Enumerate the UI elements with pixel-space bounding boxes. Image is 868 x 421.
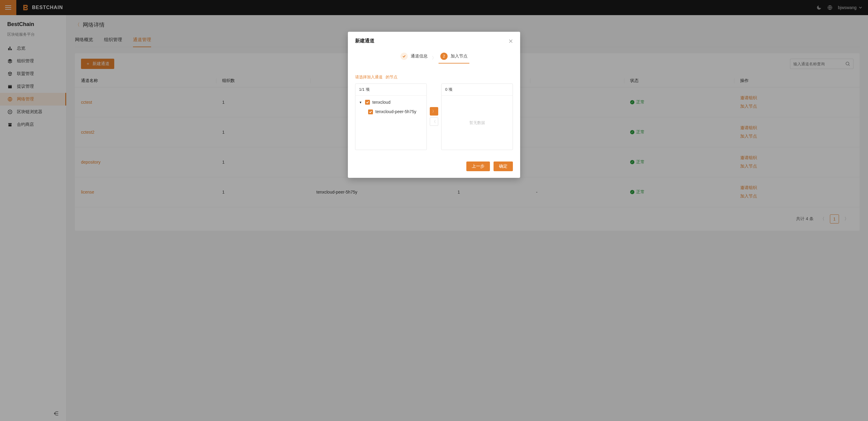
hint-text: 请选择加入通道 的节点 <box>355 74 513 80</box>
target-header: 0 项 <box>441 84 513 96</box>
checkbox-root[interactable] <box>365 100 370 104</box>
step-1[interactable]: 通道信息 <box>400 53 428 63</box>
prev-step-button[interactable]: 上一步 <box>466 161 490 171</box>
modal-title: 新建通道 <box>355 38 374 44</box>
modal-close-button[interactable] <box>509 39 513 43</box>
tree-root-item[interactable]: ▼ tenxcloud <box>358 99 424 106</box>
step-indicator: 通道信息 〉 2 加入节点 <box>355 51 513 69</box>
transfer-widget: 1/1 项 ▼ tenxcloud <box>355 84 513 150</box>
checkbox-child[interactable] <box>368 110 373 114</box>
tree-root-label: tenxcloud <box>372 100 391 104</box>
transfer-right-button[interactable]: 〉 <box>430 107 438 116</box>
step-2-number: 2 <box>440 53 447 60</box>
confirm-button[interactable]: 确定 <box>494 161 513 171</box>
tree-child-item[interactable]: tenxcloud-peer-5h75y <box>367 108 424 116</box>
transfer-left-button[interactable]: 〈 <box>430 117 438 126</box>
transfer-source-panel: 1/1 项 ▼ tenxcloud <box>355 84 427 150</box>
step-2[interactable]: 2 加入节点 <box>440 53 468 63</box>
check-icon <box>400 53 408 60</box>
step-2-label: 加入节点 <box>451 54 468 59</box>
transfer-target-panel: 0 项 暂无数据 <box>441 84 513 150</box>
close-icon <box>509 39 513 43</box>
step-1-label: 通道信息 <box>411 54 428 59</box>
caret-down-icon[interactable]: ▼ <box>359 101 363 104</box>
new-channel-modal: 新建通道 通道信息 〉 2 加入节点 请选择加入通道 <box>348 32 520 178</box>
source-header: 1/1 项 <box>355 84 427 96</box>
modal-mask[interactable]: 新建通道 通道信息 〉 2 加入节点 请选择加入通道 <box>0 0 868 421</box>
chevron-right-icon: 〉 <box>432 55 436 61</box>
tree-child-label: tenxcloud-peer-5h75y <box>375 109 416 115</box>
empty-text: 暂无数据 <box>444 99 510 147</box>
